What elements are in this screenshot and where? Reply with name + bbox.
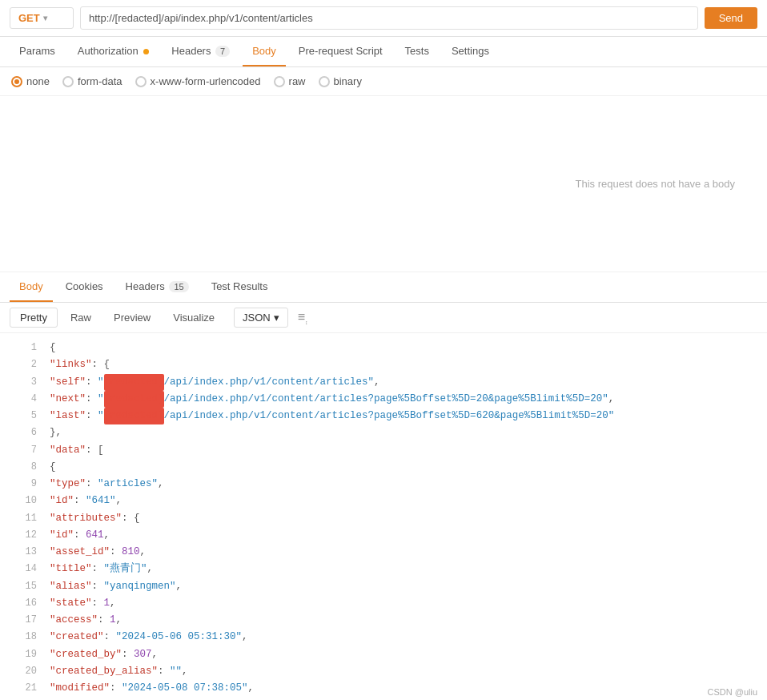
resp-tab-body[interactable]: Body [10, 272, 53, 302]
json-line: 2 "links": { [13, 356, 754, 373]
line-number: 9 [13, 476, 37, 492]
json-line: 20 "created_by_alias": "", [13, 663, 754, 680]
line-number: 3 [13, 374, 37, 390]
line-number: 1 [13, 340, 37, 356]
line-number: 6 [13, 424, 37, 441]
line-number: 19 [13, 646, 37, 662]
line-number: 10 [13, 493, 37, 509]
line-number: 4 [13, 391, 37, 407]
headers-badge: 7 [215, 46, 230, 57]
tab-headers[interactable]: Headers 7 [162, 37, 239, 66]
resp-tab-test-results[interactable]: Test Results [202, 272, 278, 302]
line-content: { [50, 340, 56, 356]
json-line: 8 { [13, 459, 754, 476]
radio-raw[interactable]: raw [274, 75, 306, 87]
line-number: 8 [13, 459, 37, 475]
tab-tests[interactable]: Tests [396, 37, 439, 66]
json-line: 6 }, [13, 424, 754, 441]
line-content: "id": 641, [50, 527, 110, 544]
line-content: "id": "641", [50, 493, 122, 509]
radio-urlencoded-dot [135, 76, 147, 87]
radio-form-data[interactable]: form-data [62, 75, 122, 87]
request-tabs: Params Authorization Headers 7 Body Pre-… [0, 37, 767, 67]
json-line: 11 "attributes": { [13, 510, 754, 527]
json-line: 21 "modified": "2024-05-08 07:38:05", [13, 680, 754, 697]
resp-tab-headers[interactable]: Headers 15 [116, 272, 199, 302]
line-number: 21 [13, 680, 37, 696]
tab-authorization[interactable]: Authorization [68, 37, 159, 66]
json-line: 5 "last": "[redacted]/api/index.php/v1/c… [13, 408, 754, 424]
format-label: JSON [243, 312, 271, 324]
line-number: 12 [13, 527, 37, 543]
preview-button[interactable]: Preview [104, 308, 160, 327]
line-content: "next": "[redacted]/api/index.php/v1/con… [50, 391, 614, 408]
line-content: "created": "2024-05-06 05:31:30", [50, 629, 248, 646]
json-line: 3 "self": "[redacted]/api/index.php/v1/c… [13, 374, 754, 391]
json-line: 9 "type": "articles", [13, 476, 754, 493]
json-line: 14 "title": "燕青门", [13, 561, 754, 577]
line-number: 13 [13, 544, 37, 560]
line-content: "asset_id": 810, [50, 544, 146, 561]
url-input[interactable] [80, 6, 698, 30]
response-tabs: Body Cookies Headers 15 Test Results [0, 272, 767, 303]
line-number: 7 [13, 442, 37, 458]
json-line: 17 "access": 1, [13, 612, 754, 629]
radio-none[interactable]: none [11, 75, 50, 87]
line-content: "links": { [50, 356, 110, 373]
footer-credit: CSDN @uliu [697, 684, 767, 700]
line-content: "type": "articles", [50, 476, 164, 493]
line-number: 18 [13, 629, 37, 645]
format-select[interactable]: JSON ▾ [234, 308, 288, 328]
line-number: 16 [13, 595, 37, 611]
line-number: 2 [13, 356, 37, 372]
line-number: 22 [13, 697, 37, 700]
tab-params[interactable]: Params [10, 37, 65, 66]
json-line: 15 "alias": "yanqingmen", [13, 578, 754, 595]
filter-icon[interactable]: ≡↕ [298, 310, 308, 325]
radio-binary[interactable]: binary [319, 75, 362, 87]
line-content: "data": [ [50, 442, 104, 459]
line-content: "self": "[redacted]/api/index.php/v1/con… [50, 374, 380, 391]
pretty-button[interactable]: Pretty [10, 308, 58, 328]
radio-binary-dot [319, 76, 330, 87]
method-label: GET [18, 12, 40, 24]
json-line: 18 "created": "2024-05-06 05:31:30", [13, 629, 754, 646]
line-number: 15 [13, 578, 37, 594]
line-content: { [50, 459, 56, 476]
line-content: "attributes": { [50, 510, 140, 527]
line-content: "title": "燕青门", [50, 561, 153, 577]
line-content: "state": 1, [50, 595, 116, 612]
line-content: "last": "[redacted]/api/index.php/v1/con… [50, 408, 614, 424]
json-line: 16 "state": 1, [13, 595, 754, 612]
raw-button[interactable]: Raw [61, 308, 101, 327]
line-number: 11 [13, 510, 37, 526]
json-line: 22 "featured": 0, [13, 697, 754, 700]
radio-urlencoded[interactable]: x-www-form-urlencoded [135, 75, 261, 87]
line-content: "modified": "2024-05-08 07:38:05", [50, 680, 254, 697]
json-line: 1{ [13, 340, 754, 356]
radio-none-dot [11, 76, 22, 87]
line-content: "created_by_alias": "", [50, 663, 188, 680]
json-viewer: 1{2 "links": {3 "self": "[redacted]/api/… [0, 333, 767, 700]
resp-tab-cookies[interactable]: Cookies [56, 272, 113, 302]
line-number: 5 [13, 408, 37, 424]
send-button[interactable]: Send [705, 7, 757, 29]
tab-body[interactable]: Body [243, 37, 286, 66]
radio-formdata-dot [62, 76, 74, 87]
json-line: 10 "id": "641", [13, 493, 754, 509]
authorization-dot [143, 49, 149, 54]
chevron-down-icon: ▾ [43, 14, 47, 22]
line-content: "access": 1, [50, 612, 122, 629]
radio-raw-dot [274, 76, 285, 87]
json-line: 19 "created_by": 307, [13, 646, 754, 663]
line-number: 17 [13, 612, 37, 628]
empty-body-message: This request does not have a body [0, 96, 767, 272]
method-select[interactable]: GET ▾ [10, 7, 74, 29]
tab-settings[interactable]: Settings [442, 37, 499, 66]
line-content: "created_by": 307, [50, 646, 158, 663]
tab-prerequest[interactable]: Pre-request Script [289, 37, 392, 66]
visualize-button[interactable]: Visualize [163, 308, 224, 327]
format-chevron-icon: ▾ [274, 312, 279, 324]
line-number: 20 [13, 663, 37, 679]
line-content: "alias": "yanqingmen", [50, 578, 182, 595]
